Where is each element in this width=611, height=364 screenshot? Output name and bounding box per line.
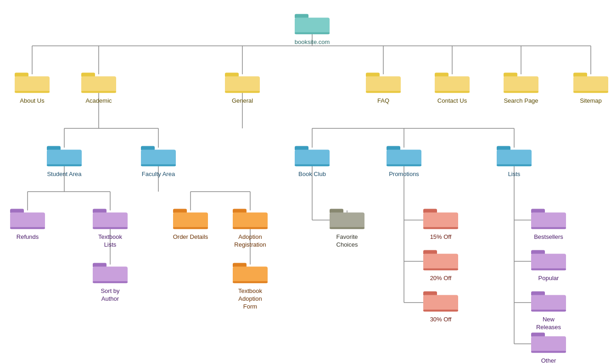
node-aboutus[interactable]: About Us [14,68,50,105]
svg-rect-89 [233,213,268,229]
svg-rect-96 [423,227,458,229]
folder-icon-otherlang [530,328,567,355]
folder-label-sortbyauthor: Sort by Author [92,287,129,303]
node-contactus[interactable]: Contact Us [434,68,471,105]
folder-icon-academic [80,68,117,95]
node-facultyarea[interactable]: Faculty Area [140,141,177,178]
svg-rect-69 [141,165,176,166]
node-off15[interactable]: 15% Off [422,204,459,241]
svg-rect-86 [173,213,208,229]
folder-icon-facultyarea [140,141,177,169]
svg-rect-68 [141,150,176,166]
svg-rect-120 [233,281,268,283]
folder-icon-newreleases [530,287,567,314]
folder-label-lists: Lists [508,171,521,178]
svg-rect-45 [15,91,50,93]
svg-rect-66 [47,165,82,166]
node-root[interactable]: booksite.com [294,9,331,46]
folder-label-facultyarea: Faculty Area [142,171,175,178]
svg-rect-90 [233,227,268,229]
svg-rect-63 [573,91,608,93]
svg-rect-62 [573,77,608,93]
folder-label-aboutus: About Us [20,97,44,105]
node-popular[interactable]: Popular [530,245,567,282]
node-sitemap[interactable]: Sitemap [572,68,609,105]
svg-rect-65 [47,150,82,166]
folder-icon-aboutus [14,68,50,95]
folder-label-general: General [232,97,253,105]
svg-rect-75 [387,165,421,166]
node-off20[interactable]: 20% Off [422,245,459,282]
svg-rect-107 [531,254,566,270]
svg-rect-110 [531,295,566,312]
svg-rect-77 [497,150,532,166]
folder-icon-general [224,68,261,95]
folder-icon-root [294,9,331,37]
folder-icon-sortbyauthor [92,258,129,286]
svg-rect-80 [10,213,45,229]
svg-rect-54 [366,91,401,93]
svg-rect-104 [531,213,566,229]
folder-label-root: booksite.com [295,39,330,46]
folder-icon-contactus [434,68,471,95]
node-refunds[interactable]: Refunds [9,204,46,241]
folder-label-otherlang: Other Languages [530,357,567,364]
svg-rect-117 [93,281,128,283]
svg-rect-81 [10,227,45,229]
node-bookclub[interactable]: Book Club [294,141,331,178]
node-sortbyauthor[interactable]: Sort by Author [92,258,129,303]
node-orderdetails[interactable]: Order Details [172,204,209,241]
svg-rect-56 [435,77,470,93]
svg-rect-101 [423,295,458,312]
svg-rect-83 [93,213,128,229]
folder-icon-textbooklists [92,204,129,232]
folder-icon-refunds [9,204,46,232]
node-newreleases[interactable]: New Releases [530,287,567,331]
node-adoptionreg[interactable]: Adoption Registration [232,204,269,249]
node-lists[interactable]: Lists [496,141,533,178]
svg-rect-87 [173,227,208,229]
node-promotions[interactable]: Promotions [386,141,422,178]
folder-icon-off30 [422,287,459,314]
svg-rect-113 [531,336,566,353]
folder-icon-faq [365,68,402,95]
node-bestsellers[interactable]: Bestsellers [530,204,567,241]
node-textbooklists[interactable]: Textbook Lists [92,204,129,249]
folder-icon-searchpage [503,68,539,95]
folder-icon-bestsellers [530,204,567,232]
sitemap-diagram: booksite.com About Us Academic General [0,0,611,364]
folder-icon-sitemap [572,68,609,95]
svg-rect-50 [225,77,260,93]
svg-rect-47 [81,77,116,93]
svg-rect-92 [330,213,364,229]
svg-rect-44 [15,77,50,93]
svg-rect-98 [423,254,458,270]
node-general[interactable]: General [224,68,261,105]
node-faq[interactable]: FAQ [365,68,402,105]
folder-icon-lists [496,141,533,169]
svg-rect-53 [366,77,401,93]
node-off30[interactable]: 30% Off [422,287,459,324]
folder-icon-favoritechoices [329,204,365,232]
node-academic[interactable]: Academic [80,68,117,105]
svg-rect-59 [504,77,538,93]
folder-icon-off20 [422,245,459,273]
folder-label-refunds: Refunds [17,233,39,241]
svg-rect-93 [330,227,364,229]
folder-icon-bookclub [294,141,331,169]
node-otherlang[interactable]: Other Languages [530,328,567,364]
svg-rect-51 [225,91,260,93]
folder-label-studentarea: Student Area [47,171,81,178]
folder-label-off20: 20% Off [430,275,452,282]
node-searchpage[interactable]: Search Page [503,68,539,105]
node-studentarea[interactable]: Student Area [46,141,83,178]
svg-rect-48 [81,91,116,93]
svg-rect-72 [295,165,330,166]
node-textbookform[interactable]: Textbook Adoption Form [232,258,269,311]
svg-rect-111 [531,310,566,312]
folder-icon-adoptionreg [232,204,269,232]
svg-rect-74 [387,150,421,166]
svg-rect-116 [93,267,128,283]
node-favoritechoices[interactable]: Favorite Choices [329,204,365,249]
folder-label-bestsellers: Bestsellers [534,233,563,241]
